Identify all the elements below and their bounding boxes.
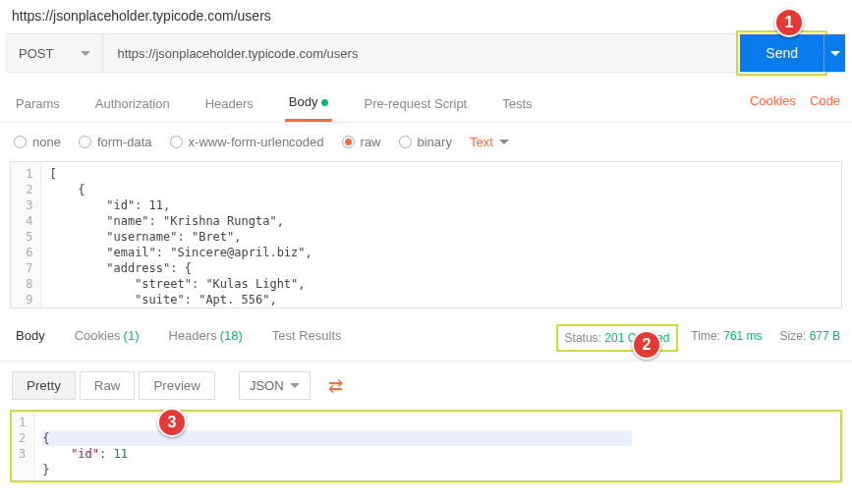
- http-method-label: POST: [19, 46, 53, 61]
- response-tabs: Body Cookies(1) Headers(18) Test Results…: [0, 308, 852, 362]
- content-type-dropdown[interactable]: Text: [470, 135, 509, 149]
- response-body-editor[interactable]: 1 2 3 { "id": 11 }: [10, 410, 842, 482]
- tab-body[interactable]: Body: [285, 88, 333, 122]
- radio-binary[interactable]: binary: [399, 135, 452, 149]
- tab-prerequest[interactable]: Pre-request Script: [360, 90, 471, 121]
- chevron-down-icon: [499, 140, 509, 144]
- tab-headers[interactable]: Headers: [201, 90, 257, 121]
- url-input[interactable]: https://jsonplaceholder.typicode.com/use…: [103, 34, 740, 72]
- editor-code[interactable]: [ { "id": 11, "name": "Krishna Rungta", …: [41, 162, 319, 308]
- editor-gutter: 1 2 3 4 5 6 7 8 9 10 11: [11, 162, 41, 308]
- response-time: Time: 761 ms: [691, 329, 762, 347]
- chevron-down-icon: [830, 51, 840, 56]
- resp-editor-code: { "id": 11 }: [34, 411, 640, 481]
- chevron-down-icon: [290, 383, 300, 388]
- link-code[interactable]: Code: [810, 93, 840, 108]
- resp-editor-gutter: 1 2 3: [11, 411, 34, 481]
- tab-body-label: Body: [289, 94, 318, 109]
- resp-tab-cookies[interactable]: Cookies(1): [71, 322, 143, 353]
- wrap-lines-icon[interactable]: ⇄: [328, 375, 343, 397]
- tab-params[interactable]: Params: [12, 90, 64, 121]
- view-raw[interactable]: Raw: [80, 371, 136, 400]
- request-bar: POST https://jsonplaceholder.typicode.co…: [6, 33, 846, 73]
- response-size: Size: 677 B: [780, 329, 840, 347]
- resp-tab-body[interactable]: Body: [12, 322, 49, 353]
- annotation-1: 1: [774, 8, 804, 37]
- body-type-options: none form-data x-www-form-urlencoded raw…: [0, 123, 852, 161]
- radio-xwww[interactable]: x-www-form-urlencoded: [170, 135, 324, 149]
- annotation-3: 3: [157, 408, 187, 437]
- http-method-select[interactable]: POST: [7, 34, 103, 72]
- radio-raw[interactable]: raw: [342, 135, 381, 149]
- resp-tab-tests[interactable]: Test Results: [268, 322, 346, 353]
- link-cookies[interactable]: Cookies: [750, 93, 796, 108]
- resp-tab-headers[interactable]: Headers(18): [165, 322, 247, 353]
- tab-tests[interactable]: Tests: [498, 90, 536, 121]
- view-preview[interactable]: Preview: [139, 371, 214, 400]
- tab-authorization[interactable]: Authorization: [91, 90, 174, 121]
- response-format-dropdown[interactable]: JSON: [239, 371, 311, 400]
- radio-form-data[interactable]: form-data: [79, 135, 152, 149]
- view-pretty[interactable]: Pretty: [12, 371, 76, 400]
- radio-none[interactable]: none: [14, 135, 61, 149]
- annotation-2: 2: [632, 330, 661, 360]
- response-view-bar: Pretty Raw Preview JSON ⇄: [0, 362, 852, 410]
- request-title: https://jsonplaceholder.typicode.com/use…: [0, 0, 852, 33]
- request-tabs: Params Authorization Headers Body Pre-re…: [0, 73, 852, 123]
- send-dropdown[interactable]: [824, 34, 845, 72]
- dot-indicator-icon: [321, 99, 328, 106]
- request-body-editor[interactable]: 1 2 3 4 5 6 7 8 9 10 11 [ { "id": 11, "n…: [10, 161, 842, 308]
- send-button[interactable]: Send: [740, 34, 824, 72]
- chevron-down-icon: [81, 51, 90, 56]
